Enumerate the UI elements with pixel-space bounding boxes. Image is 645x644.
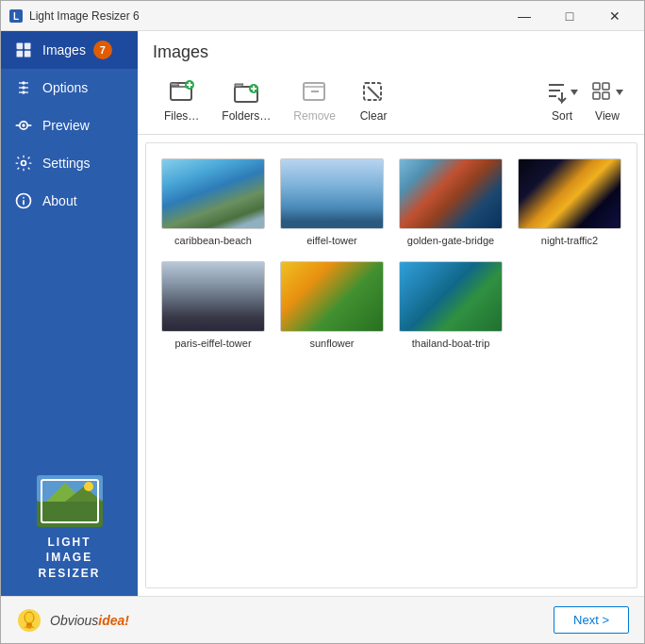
view-icon bbox=[592, 77, 622, 107]
image-thumb-thailand-boat-trip bbox=[399, 261, 503, 332]
view-button[interactable]: View bbox=[585, 74, 630, 126]
brand-logo: Obviousidea! bbox=[16, 607, 129, 634]
bottom-bar: Obviousidea! Next > bbox=[1, 596, 644, 643]
svg-point-13 bbox=[22, 124, 25, 126]
svg-rect-44 bbox=[593, 92, 600, 99]
window-title: Light Image Resizer 6 bbox=[29, 9, 503, 23]
image-thumb-caribbean-beach bbox=[161, 158, 265, 229]
image-thumb-paris-eiffel-tower bbox=[161, 261, 265, 332]
content-area: Images bbox=[138, 31, 644, 596]
image-thumb-eiffel-tower bbox=[280, 158, 384, 229]
svg-rect-43 bbox=[603, 83, 609, 90]
svg-point-25 bbox=[84, 482, 93, 491]
clear-label: Clear bbox=[360, 109, 388, 123]
sidebar-about-label: About bbox=[42, 193, 77, 208]
toolbar-right: Sort bbox=[539, 74, 630, 126]
sort-icon bbox=[547, 77, 577, 107]
logo-image bbox=[37, 475, 103, 527]
minimize-button[interactable]: — bbox=[503, 2, 546, 30]
settings-icon bbox=[14, 154, 33, 173]
image-label-eiffel-tower: eiffel-tower bbox=[306, 235, 357, 246]
images-icon bbox=[14, 41, 33, 59]
sidebar-options-label: Options bbox=[42, 80, 88, 95]
svg-rect-42 bbox=[593, 83, 600, 90]
svg-marker-46 bbox=[616, 90, 623, 95]
image-item-sunflower[interactable]: sunflower bbox=[280, 261, 384, 349]
logo-text: LIGHT IMAGE RESIZER bbox=[38, 535, 100, 582]
about-icon bbox=[14, 191, 33, 210]
sidebar-item-settings[interactable]: Settings bbox=[1, 144, 138, 182]
image-item-night-traffic2[interactable]: night-traffic2 bbox=[518, 158, 621, 246]
svg-line-37 bbox=[368, 87, 379, 98]
svg-rect-2 bbox=[17, 43, 24, 50]
sidebar-item-about[interactable]: About bbox=[1, 182, 138, 220]
folders-label: Folders… bbox=[222, 109, 271, 123]
app-window: L Light Image Resizer 6 — □ ✕ bbox=[0, 0, 645, 644]
main-content: Images 7 Options bbox=[1, 31, 644, 596]
sidebar-settings-label: Settings bbox=[42, 156, 91, 171]
folders-icon bbox=[231, 77, 261, 107]
image-item-eiffel-tower[interactable]: eiffel-tower bbox=[280, 158, 384, 246]
images-container: caribbean-beacheiffel-towergolden-gate-b… bbox=[145, 142, 637, 588]
svg-point-50 bbox=[25, 612, 34, 623]
remove-icon bbox=[300, 77, 330, 107]
folders-button[interactable]: Folders… bbox=[210, 74, 282, 126]
image-thumb-sunflower bbox=[280, 261, 384, 332]
app-icon: L bbox=[8, 8, 24, 24]
sort-label: Sort bbox=[552, 109, 572, 123]
clear-icon bbox=[358, 77, 389, 107]
sidebar-item-options[interactable]: Options bbox=[1, 69, 138, 107]
close-button[interactable]: ✕ bbox=[593, 2, 637, 30]
files-button[interactable]: Files… bbox=[153, 74, 210, 126]
sidebar-images-label: Images bbox=[42, 42, 86, 58]
remove-label: Remove bbox=[293, 109, 336, 123]
titlebar: L Light Image Resizer 6 — □ ✕ bbox=[1, 1, 644, 31]
svg-rect-5 bbox=[25, 51, 31, 58]
brand-icon bbox=[16, 607, 42, 634]
files-label: Files… bbox=[164, 109, 199, 123]
brand-name: Obviousidea! bbox=[50, 613, 129, 628]
image-label-paris-eiffel-tower: paris-eiffel-tower bbox=[174, 338, 251, 349]
svg-rect-4 bbox=[17, 51, 24, 58]
image-thumb-golden-gate-bridge bbox=[399, 158, 503, 229]
image-item-caribbean-beach[interactable]: caribbean-beach bbox=[161, 158, 265, 246]
svg-rect-45 bbox=[603, 92, 609, 99]
svg-point-19 bbox=[23, 197, 25, 199]
image-label-golden-gate-bridge: golden-gate-bridge bbox=[407, 235, 494, 246]
image-item-golden-gate-bridge[interactable]: golden-gate-bridge bbox=[399, 158, 503, 246]
svg-text:L: L bbox=[13, 11, 19, 22]
page-title: Images bbox=[153, 42, 630, 62]
sidebar-item-images[interactable]: Images 7 bbox=[1, 31, 138, 69]
content-header: Images bbox=[138, 31, 644, 135]
image-thumb-night-traffic2 bbox=[518, 158, 621, 229]
remove-button[interactable]: Remove bbox=[282, 74, 347, 126]
preview-icon bbox=[14, 116, 33, 135]
toolbar: Files… Folder bbox=[153, 70, 630, 128]
svg-point-16 bbox=[22, 161, 26, 166]
svg-marker-41 bbox=[571, 90, 578, 95]
maximize-button[interactable]: □ bbox=[548, 2, 591, 30]
sidebar-nav: Images 7 Options bbox=[1, 31, 138, 456]
files-icon bbox=[167, 77, 197, 107]
window-controls: — □ ✕ bbox=[503, 2, 637, 30]
image-label-thailand-boat-trip: thailand-boat-trip bbox=[412, 338, 490, 349]
options-icon bbox=[14, 78, 33, 97]
next-button[interactable]: Next > bbox=[554, 606, 629, 634]
image-item-thailand-boat-trip[interactable]: thailand-boat-trip bbox=[399, 261, 503, 349]
image-label-sunflower: sunflower bbox=[309, 338, 354, 349]
image-item-paris-eiffel-tower[interactable]: paris-eiffel-tower bbox=[161, 261, 265, 349]
image-label-caribbean-beach: caribbean-beach bbox=[174, 235, 252, 246]
image-label-night-traffic2: night-traffic2 bbox=[541, 235, 598, 246]
sidebar-preview-label: Preview bbox=[42, 118, 90, 133]
sidebar-logo: LIGHT IMAGE RESIZER bbox=[1, 456, 138, 596]
sidebar: Images 7 Options bbox=[1, 31, 138, 596]
svg-rect-3 bbox=[25, 43, 31, 50]
images-badge: 7 bbox=[93, 41, 112, 59]
sidebar-item-preview[interactable]: Preview bbox=[1, 107, 138, 144]
sort-button[interactable]: Sort bbox=[539, 74, 585, 126]
clear-button[interactable]: Clear bbox=[347, 74, 400, 126]
view-label: View bbox=[595, 109, 620, 123]
images-grid: caribbean-beacheiffel-towergolden-gate-b… bbox=[161, 158, 621, 349]
